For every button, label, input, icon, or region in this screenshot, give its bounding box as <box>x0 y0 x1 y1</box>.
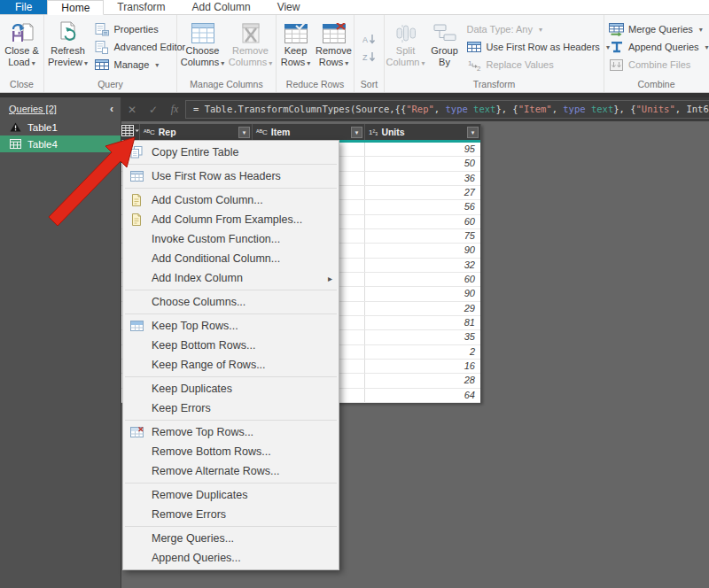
tab-home[interactable]: Home <box>47 0 104 15</box>
chevron-down-icon: ▾ <box>421 59 425 67</box>
table-headers-icon <box>129 171 144 182</box>
properties-button[interactable]: Properties <box>91 20 176 38</box>
menu-item-copy-entire-table[interactable]: Copy Entire Table <box>123 143 339 162</box>
menu-item-label: Copy Entire Table <box>152 146 332 159</box>
fx-icon[interactable]: fx <box>164 103 185 116</box>
collapse-panel-icon[interactable]: ‹ <box>110 103 113 115</box>
menu-item-add-conditional-column[interactable]: Add Conditional Column... <box>123 249 339 268</box>
keep-rows-icon <box>129 321 144 331</box>
menu-item-add-column-from-examples[interactable]: Add Column From Examples... <box>123 210 339 229</box>
menu-item-label: Remove Top Rows... <box>152 426 332 438</box>
menu-item-label: Keep Duplicates <box>152 383 332 395</box>
menu-item-remove-bottom-rows[interactable]: Remove Bottom Rows... <box>123 442 339 461</box>
query-item-table1[interactable]: Table1 <box>0 119 121 135</box>
units-cell: 50 <box>365 157 480 170</box>
menu-item-invoke-custom-function[interactable]: Invoke Custom Function... <box>123 229 339 249</box>
query-item-label: Table1 <box>27 122 58 133</box>
menu-item-merge-queries[interactable]: Merge Queries... <box>123 529 339 548</box>
menu-separator <box>125 526 337 527</box>
filter-dropdown-icon[interactable]: ▾ <box>238 127 250 138</box>
sort-descending-button[interactable]: Z <box>362 50 377 66</box>
refresh-preview-label: Refresh Preview <box>48 45 85 67</box>
column-header-units[interactable]: 1²₃ Units ▾ <box>365 124 480 140</box>
commit-formula-icon[interactable]: ✓ <box>143 104 164 116</box>
units-cell: 95 <box>365 143 480 156</box>
menu-item-remove-alternate-rows[interactable]: Remove Alternate Rows... <box>123 461 339 481</box>
menu-item-label: Remove Bottom Rows... <box>152 445 332 458</box>
choose-columns-button[interactable]: Choose Columns▾ <box>179 17 227 68</box>
group-by-button[interactable]: Group By <box>426 17 464 68</box>
menu-item-keep-bottom-rows[interactable]: Keep Bottom Rows... <box>123 336 339 355</box>
close-and-load-button[interactable]: Close & Load▾ <box>1 17 43 68</box>
use-first-row-as-headers-button[interactable]: Use First Row as Headers▾ <box>464 38 604 56</box>
column-header-item[interactable]: ᴬᴮC Item ▾ <box>253 124 365 140</box>
menu-item-label: Keep Top Rows... <box>152 320 332 332</box>
menu-item-add-custom-column[interactable]: Add Custom Column... <box>123 190 339 210</box>
remove-columns-label: Remove Columns <box>229 45 269 67</box>
units-cell: 81 <box>365 316 480 329</box>
advanced-editor-button[interactable]: Advanced Editor <box>91 38 176 56</box>
query-item-table4[interactable]: Table4 <box>0 135 121 152</box>
combine-files-button: Combine Files <box>605 56 707 74</box>
chevron-down-icon: ▾ <box>539 26 542 34</box>
close-load-icon <box>10 20 35 45</box>
units-cell: 2 <box>365 345 480 359</box>
menu-item-choose-columns[interactable]: Choose Columns... <box>123 292 339 312</box>
filter-dropdown-icon[interactable]: ▾ <box>351 127 362 138</box>
tab-file[interactable]: File <box>0 0 47 14</box>
menu-item-keep-errors[interactable]: Keep Errors <box>123 398 339 418</box>
split-column-label: Split Column <box>386 45 420 67</box>
main-area: ✕ ✓ fx = Table.TransformColumnTypes(Sour… <box>121 97 709 588</box>
copy-icon <box>129 146 144 159</box>
remove-rows-button[interactable]: Remove Rows▾ <box>315 17 354 68</box>
append-queries-icon <box>609 41 624 53</box>
query-item-label: Table4 <box>27 139 58 150</box>
remove-columns-icon <box>239 20 262 45</box>
column-header-rep[interactable]: ᴬᴮC Rep ▾ <box>140 124 253 140</box>
column-name: Item <box>271 127 351 137</box>
menu-item-label: Keep Range of Rows... <box>152 359 332 371</box>
chevron-down-icon: ▾ <box>705 43 709 51</box>
number-type-icon: 1²₃ <box>369 128 378 136</box>
sort-ascending-button[interactable]: A <box>362 33 377 49</box>
svg-text:Z: Z <box>362 53 368 62</box>
units-cell: 60 <box>365 215 480 228</box>
ribbon-group-query: Refresh Preview▾ Properties Advanced Edi… <box>44 15 177 92</box>
power-query-editor-window: File Home Transform Add Column View Clos… <box>0 0 709 588</box>
menu-item-keep-top-rows[interactable]: Keep Top Rows... <box>123 316 339 336</box>
menu-item-label: Add Index Column <box>152 272 328 284</box>
menu-item-use-first-row-as-headers[interactable]: Use First Row as Headers <box>123 166 339 186</box>
svg-text:1: 1 <box>468 59 472 67</box>
menu-item-add-index-column[interactable]: Add Index Column▸ <box>123 268 339 288</box>
menu-item-remove-top-rows[interactable]: Remove Top Rows... <box>123 422 339 442</box>
refresh-preview-button[interactable]: Refresh Preview▾ <box>45 17 91 68</box>
formula-input[interactable]: = Table.TransformColumnTypes(Source,{{"R… <box>185 100 709 119</box>
tab-transform[interactable]: Transform <box>104 0 178 14</box>
formula-segment: "Units" <box>636 104 675 114</box>
menu-item-label: Use First Row as Headers <box>152 170 332 182</box>
choose-columns-label: Choose Columns <box>181 45 220 67</box>
keep-rows-button[interactable]: Keep Rows▾ <box>277 17 315 68</box>
menu-item-remove-errors[interactable]: Remove Errors <box>123 505 339 524</box>
menu-item-append-queries[interactable]: Append Queries... <box>123 548 339 568</box>
merge-queries-button[interactable]: Merge Queries▾ <box>605 20 707 38</box>
menu-item-keep-range-of-rows[interactable]: Keep Range of Rows... <box>123 355 339 375</box>
context-menu: Copy Entire TableUse First Row as Header… <box>122 140 339 570</box>
chevron-down-icon: ▾ <box>32 59 35 67</box>
chevron-down-icon: ▾ <box>221 59 224 67</box>
ribbon-group-manage-columns: Choose Columns▾ Remove Columns▾ Manage C… <box>177 15 277 92</box>
formula-segment: , <box>552 104 564 114</box>
menu-item-keep-duplicates[interactable]: Keep Duplicates <box>123 379 339 398</box>
filter-dropdown-icon[interactable]: ▾ <box>467 127 479 138</box>
menu-item-remove-duplicates[interactable]: Remove Duplicates <box>123 485 339 505</box>
table-select-button[interactable] <box>121 124 140 140</box>
tab-add-column[interactable]: Add Column <box>179 0 264 14</box>
group-label-manage-columns: Manage Columns <box>177 78 276 92</box>
text-type-icon: ᴬᴮC <box>256 128 268 136</box>
combine-files-icon <box>609 59 624 71</box>
append-queries-button[interactable]: Append Queries▾ <box>605 38 707 56</box>
tab-view[interactable]: View <box>264 0 314 14</box>
manage-button[interactable]: Manage▾ <box>91 56 176 74</box>
menu-item-label: Add Column From Examples... <box>152 213 332 226</box>
cancel-formula-icon[interactable]: ✕ <box>121 104 143 116</box>
